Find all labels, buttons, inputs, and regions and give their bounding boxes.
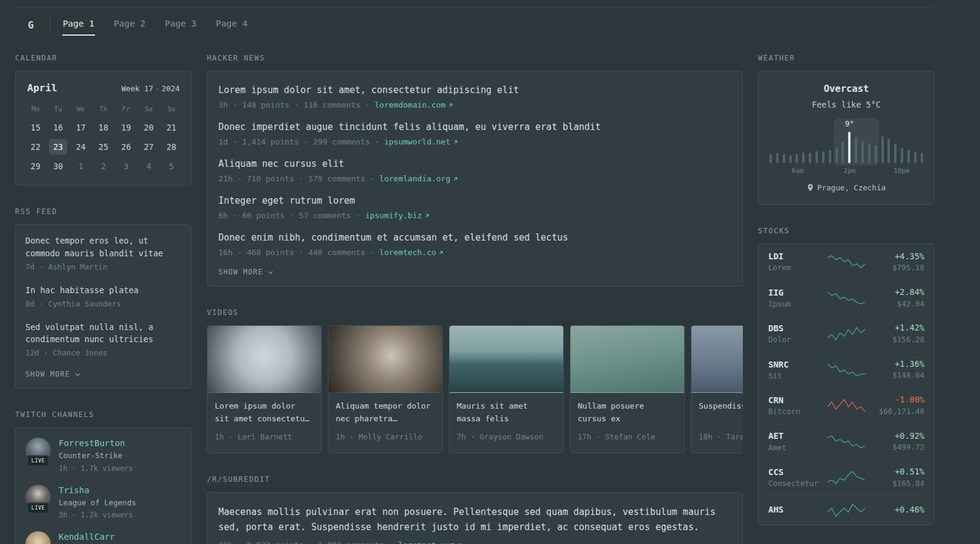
twitch-channel[interactable]: LIVE Trisha League of Legends 3h · 1.2k … bbox=[25, 485, 181, 521]
tab-page-4[interactable]: Page 4 bbox=[215, 15, 248, 36]
video-meta: 18h · Tara bbox=[699, 432, 743, 443]
calendar-day: 22 bbox=[27, 139, 45, 155]
video-card[interactable]: Aliquam tempor dolor nec pharetra… 1h · … bbox=[328, 325, 443, 453]
hn-item-link[interactable]: Donec imperdiet augue tincidunt felis al… bbox=[218, 120, 731, 134]
weather-bar bbox=[783, 154, 785, 163]
videos-widget-title: VIDEOS bbox=[207, 307, 743, 318]
stock-id: SNRC Sit bbox=[768, 359, 822, 381]
right-column: WEATHER Overcast Feels like 5°C 9° 6am2p… bbox=[758, 53, 935, 544]
twitch-channel-viewers: 3h · 1.2k viewers bbox=[59, 510, 136, 520]
hn-item-link[interactable]: Integer eget rutrum lorem bbox=[218, 194, 731, 208]
stock-name: Dolor bbox=[768, 335, 822, 345]
tab-page-3[interactable]: Page 3 bbox=[164, 15, 197, 36]
video-thumbnail bbox=[207, 326, 321, 393]
hn-item-domain-link[interactable]: ipsumify.biz bbox=[365, 211, 430, 220]
avatar: LIVE bbox=[25, 438, 51, 463]
weather-bar bbox=[875, 145, 877, 163]
stock-row[interactable]: AET Amet +0.92% $499.72 bbox=[768, 423, 924, 459]
rss-show-more-button[interactable]: SHOW MORE bbox=[25, 370, 81, 378]
hn-item-domain-link[interactable]: ipsumworld.net bbox=[384, 137, 459, 146]
hn-item-domain-link[interactable]: loremlandia.org bbox=[379, 174, 458, 183]
twitch-channel-info: KendallCarr bbox=[59, 531, 115, 544]
stock-sparkline bbox=[827, 290, 866, 306]
hn-item-domain-link[interactable]: loremdomain.com bbox=[374, 100, 453, 109]
video-card[interactable]: Lorem ipsum dolor sit amet consectetu… 1… bbox=[207, 325, 322, 453]
weather-card: Overcast Feels like 5°C 9° 6am2pm10pm Pr… bbox=[758, 71, 935, 205]
stock-sparkline bbox=[827, 362, 866, 378]
calendar-week-label: Week 17·2024 bbox=[122, 83, 180, 95]
rss-widget: RSS FEED Donec tempor eros leo, ut commo… bbox=[15, 206, 192, 389]
weather-location: Prague, Czechia bbox=[768, 183, 924, 194]
stock-name: Bitcorn bbox=[768, 407, 822, 416]
external-link-icon bbox=[448, 102, 454, 108]
logo[interactable]: G bbox=[24, 18, 38, 33]
weather-bar bbox=[776, 153, 779, 163]
calendar-year: 2024 bbox=[162, 84, 180, 93]
twitch-channel[interactable]: LIVE KendallCarr bbox=[25, 531, 181, 544]
hn-item-domain-link[interactable]: loremtech.co bbox=[379, 248, 444, 257]
subreddit-post-stats: 19h · 9,932 points · 1,090 comments · bbox=[218, 540, 394, 544]
stock-id: DBS Dolor bbox=[768, 323, 822, 345]
calendar-day: 2 bbox=[94, 158, 113, 174]
twitch-channel-info: ForrestBurton Counter-Strike 1h · 1.7k v… bbox=[59, 438, 133, 474]
rss-item: In hac habitasse platea 8d · Cynthia Sau… bbox=[25, 284, 181, 310]
hn-item-link[interactable]: Aliquam nec cursus elit bbox=[218, 157, 731, 171]
stock-id: IIG Ipsum bbox=[768, 287, 822, 309]
twitch-channel[interactable]: LIVE ForrestBurton Counter-Strike 1h · 1… bbox=[25, 438, 181, 474]
video-card[interactable]: Mauris sit amet massa felis 7h · Grayson… bbox=[449, 325, 564, 453]
stock-symbol: CRN bbox=[768, 395, 822, 406]
tab-page-1[interactable]: Page 1 bbox=[62, 15, 95, 36]
stock-row[interactable]: AHS +0.46% bbox=[768, 495, 924, 525]
video-thumbnail bbox=[449, 326, 563, 393]
avatar: LIVE bbox=[25, 531, 51, 544]
hn-item-link[interactable]: Donec enim nibh, condimentum et accumsan… bbox=[218, 231, 731, 245]
twitch-widget-title: TWITCH CHANNELS bbox=[15, 409, 192, 420]
header-divider bbox=[50, 15, 50, 36]
video-meta: 1h · Lori Barnett bbox=[215, 432, 314, 443]
weather-bar bbox=[855, 137, 857, 163]
rss-item-link[interactable]: In hac habitasse platea bbox=[25, 284, 181, 297]
rss-item-link[interactable]: Sed volutpat nulla nisl, a condimentum n… bbox=[25, 321, 181, 346]
stock-price: $165.84 bbox=[871, 479, 924, 488]
rss-item-link[interactable]: Donec tempor eros leo, ut commodo mauris… bbox=[25, 235, 181, 260]
stock-name: Sit bbox=[768, 371, 822, 381]
stock-sparkline bbox=[827, 502, 866, 518]
stock-sparkline bbox=[827, 326, 866, 342]
calendar-day: 15 bbox=[27, 120, 45, 135]
rss-item-meta: 7d · Ashlyn Martin bbox=[25, 262, 181, 273]
video-card[interactable]: Nullam posuere cursus ex 17h · Stefan Co… bbox=[570, 325, 685, 453]
weather-bar bbox=[835, 147, 838, 163]
stock-row[interactable]: IIG Ipsum +2.84% $42.04 bbox=[768, 280, 924, 316]
hackernews-widget-title: HACKER NEWS bbox=[207, 53, 743, 63]
stock-row[interactable]: DBS Dolor +1.42% $156.28 bbox=[768, 316, 924, 351]
subreddit-post-domain-link[interactable]: loremnet.xyz bbox=[398, 540, 463, 544]
weather-bar bbox=[809, 153, 811, 163]
stock-change: -1.00% bbox=[871, 395, 924, 406]
stock-values: +0.92% $499.72 bbox=[871, 431, 924, 453]
calendar-week: Week 17 bbox=[122, 84, 154, 93]
weather-bar bbox=[789, 155, 792, 163]
videos-widget: VIDEOS Lorem ipsum dolor sit amet consec… bbox=[207, 307, 743, 453]
stock-row[interactable]: SNRC Sit +1.36% $148.64 bbox=[768, 352, 924, 387]
calendar-day: 4 bbox=[140, 158, 158, 174]
tab-page-2[interactable]: Page 2 bbox=[113, 15, 146, 36]
hn-show-more-button[interactable]: SHOW MORE bbox=[218, 268, 274, 276]
stock-row[interactable]: LDI Lorem +4.35% $795.18 bbox=[768, 244, 924, 279]
video-thumbnail bbox=[328, 326, 442, 393]
stock-sparkline bbox=[827, 398, 866, 413]
left-column: CALENDAR April Week 17·2024 MoTuWeThFrSa… bbox=[15, 53, 192, 544]
hn-item-stats: 3h · 148 points · 116 comments · bbox=[218, 100, 370, 109]
subreddit-post-link[interactable]: Maecenas mollis pulvinar erat non posuer… bbox=[218, 505, 731, 535]
hn-item-link[interactable]: Lorem ipsum dolor sit amet, consectetur … bbox=[218, 83, 731, 97]
hn-item: Lorem ipsum dolor sit amet, consectetur … bbox=[218, 83, 731, 111]
video-card[interactable]: Suspendisse diam 18h · Tara bbox=[691, 325, 743, 453]
calendar-dow-label: We bbox=[77, 105, 85, 115]
calendar-card: April Week 17·2024 MoTuWeThFrSaSu 151617… bbox=[15, 71, 192, 186]
weather-bar bbox=[894, 144, 897, 163]
stock-row[interactable]: CCS Consectetur +0.51% $165.84 bbox=[768, 459, 924, 495]
hackernews-widget: HACKER NEWS Lorem ipsum dolor sit amet, … bbox=[207, 53, 743, 287]
stock-name: Lorem bbox=[768, 263, 822, 273]
stock-row[interactable]: CRN Bitcorn -1.00% $66,171.48 bbox=[768, 387, 924, 423]
stock-values: +0.51% $165.84 bbox=[871, 467, 924, 488]
calendar-dow-label: Th bbox=[99, 105, 107, 115]
